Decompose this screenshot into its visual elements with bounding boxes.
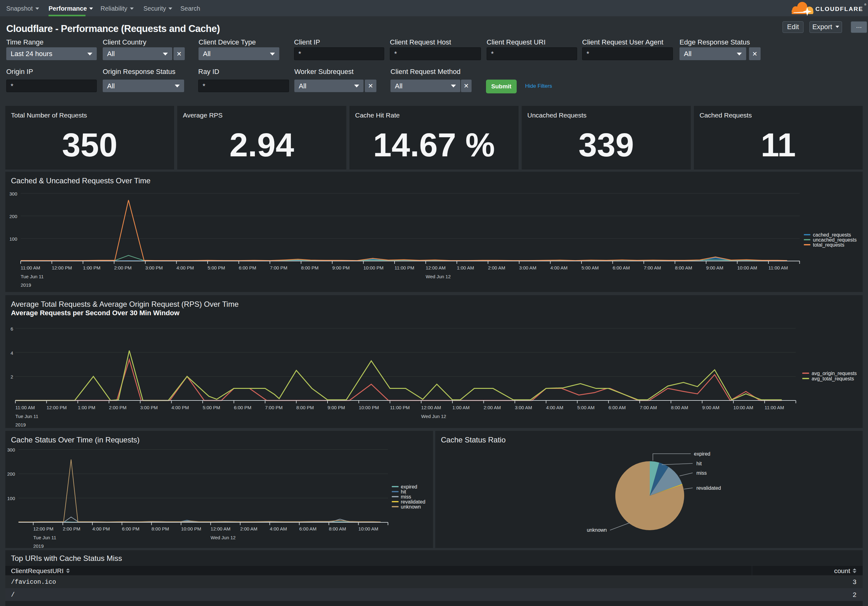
svg-text:®: ® [864,3,866,6]
svg-text:100: 100 [7,496,15,501]
svg-text:9:00 AM: 9:00 AM [706,265,723,270]
svg-text:11:00 AM: 11:00 AM [16,405,35,410]
svg-text:8:00 AM: 8:00 AM [675,265,692,270]
svg-text:4:00 AM: 4:00 AM [270,526,287,531]
svg-text:12:00 AM: 12:00 AM [426,265,446,270]
svg-text:2:00 PM: 2:00 PM [109,405,127,410]
svg-text:2019: 2019 [21,282,31,287]
svg-text:10:00 PM: 10:00 PM [364,265,384,270]
svg-text:expired: expired [401,484,417,489]
svg-text:expired: expired [694,451,710,457]
svg-text:12:00 AM: 12:00 AM [421,405,441,410]
svg-text:8:00 PM: 8:00 PM [152,526,169,531]
svg-text:6:00 PM: 6:00 PM [234,405,251,410]
svg-text:Wed Jun 12: Wed Jun 12 [211,535,236,540]
svg-text:avg_total_requests: avg_total_requests [812,376,854,382]
svg-text:revalidated: revalidated [696,485,721,491]
svg-text:6:00 AM: 6:00 AM [608,405,626,410]
svg-text:11:00 PM: 11:00 PM [390,405,409,410]
svg-text:12:00 AM: 12:00 AM [211,526,231,531]
svg-text:8:00 PM: 8:00 PM [301,265,319,270]
svg-text:4:00 PM: 4:00 PM [172,405,189,410]
svg-text:11:00 AM: 11:00 AM [765,405,784,410]
svg-text:8:00 PM: 8:00 PM [296,405,314,410]
svg-text:total_requests: total_requests [813,242,845,248]
svg-text:3:00 PM: 3:00 PM [140,405,158,410]
svg-text:5:00 PM: 5:00 PM [208,265,225,270]
svg-text:8:00 AM: 8:00 AM [329,526,346,531]
svg-text:miss: miss [401,494,411,499]
svg-text:1:00 PM: 1:00 PM [83,265,101,270]
svg-text:200: 200 [9,214,17,219]
svg-text:3:00 AM: 3:00 AM [519,265,536,270]
svg-text:avg_origin_requests: avg_origin_requests [812,371,857,376]
svg-text:4:00 AM: 4:00 AM [546,405,563,410]
svg-text:2:00 AM: 2:00 AM [488,265,505,270]
svg-text:4:00 AM: 4:00 AM [550,265,568,270]
svg-text:1:00 PM: 1:00 PM [78,405,95,410]
svg-text:hit: hit [696,461,702,466]
svg-text:12:00 PM: 12:00 PM [46,405,67,410]
svg-text:3:00 AM: 3:00 AM [515,405,532,410]
svg-text:hit: hit [401,489,406,494]
svg-text:10:00 PM: 10:00 PM [359,405,379,410]
svg-text:revalidated: revalidated [401,499,425,505]
svg-text:5:00 AM: 5:00 AM [581,265,599,270]
svg-text:7:00 AM: 7:00 AM [640,405,657,410]
svg-text:2:00 PM: 2:00 PM [63,526,81,531]
svg-text:2: 2 [11,374,13,379]
svg-text:unknown: unknown [401,504,421,510]
svg-text:100: 100 [9,236,17,242]
svg-text:Wed Jun 12: Wed Jun 12 [426,274,451,279]
svg-text:10:00 AM: 10:00 AM [738,265,757,270]
svg-text:5:00 PM: 5:00 PM [203,405,220,410]
svg-text:11:00 PM: 11:00 PM [395,265,414,270]
svg-text:7:00 AM: 7:00 AM [644,265,661,270]
svg-text:2:00 AM: 2:00 AM [240,526,257,531]
svg-text:3:00 PM: 3:00 PM [145,265,163,270]
svg-text:4: 4 [11,350,13,356]
svg-text:10:00 AM: 10:00 AM [358,526,378,531]
svg-text:9:00 PM: 9:00 PM [332,265,350,270]
svg-text:2019: 2019 [33,543,43,549]
svg-text:Wed Jun 12: Wed Jun 12 [421,413,446,419]
svg-text:unknown: unknown [587,527,607,533]
svg-text:1:00 AM: 1:00 AM [457,265,474,270]
svg-text:7:00 PM: 7:00 PM [265,405,283,410]
svg-text:Tue Jun 11: Tue Jun 11 [21,274,43,279]
svg-text:2019: 2019 [16,422,26,427]
svg-text:1:00 AM: 1:00 AM [453,405,470,410]
svg-text:12:00 PM: 12:00 PM [33,526,53,531]
svg-text:5:00 AM: 5:00 AM [577,405,595,410]
svg-text:4:00 PM: 4:00 PM [92,526,110,531]
svg-text:10:00 PM: 10:00 PM [181,526,201,531]
svg-text:11:00 AM: 11:00 AM [21,265,40,270]
svg-text:6:00 PM: 6:00 PM [122,526,140,531]
svg-text:9:00 PM: 9:00 PM [327,405,345,410]
svg-text:8:00 AM: 8:00 AM [671,405,688,410]
svg-text:6: 6 [11,326,13,331]
svg-text:4:00 PM: 4:00 PM [177,265,194,270]
svg-text:2:00 PM: 2:00 PM [114,265,132,270]
svg-text:7:00 PM: 7:00 PM [270,265,287,270]
svg-text:CLOUDFLARE: CLOUDFLARE [815,6,863,12]
svg-text:Tue Jun 11: Tue Jun 11 [33,535,56,540]
svg-text:6:00 AM: 6:00 AM [299,526,316,531]
svg-text:miss: miss [696,470,707,475]
svg-text:6:00 AM: 6:00 AM [613,265,630,270]
svg-text:300: 300 [7,447,15,452]
svg-text:6:00 PM: 6:00 PM [239,265,256,270]
svg-text:2:00 AM: 2:00 AM [484,405,501,410]
svg-text:11:00 AM: 11:00 AM [769,265,788,270]
svg-text:Tue Jun 11: Tue Jun 11 [16,413,38,419]
svg-text:300: 300 [9,191,17,196]
svg-text:200: 200 [7,471,15,477]
svg-text:12:00 PM: 12:00 PM [52,265,72,270]
svg-text:9:00 AM: 9:00 AM [702,405,719,410]
svg-text:10:00 AM: 10:00 AM [733,405,753,410]
